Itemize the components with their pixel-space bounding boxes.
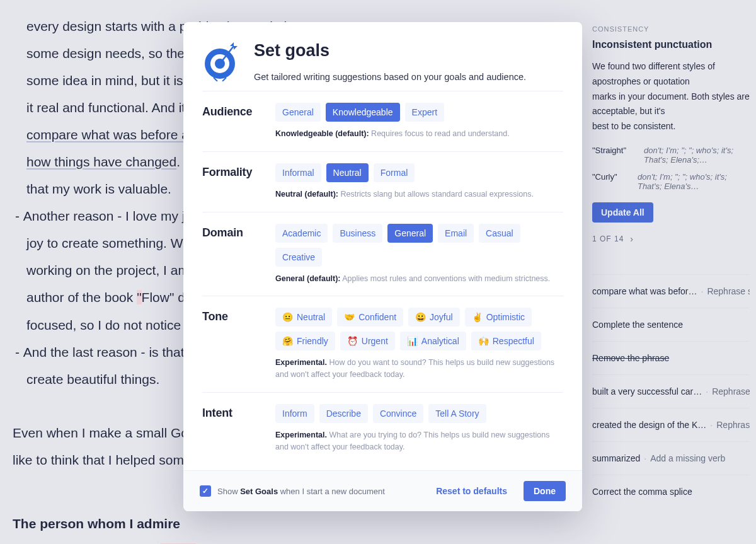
tone-option-joyful[interactable]: 😀Joyful: [408, 308, 460, 327]
formality-option-neutral[interactable]: Neutral: [326, 163, 369, 182]
emoji-icon: 😀: [415, 312, 426, 322]
formality-option-informal[interactable]: Informal: [275, 163, 321, 182]
intent-option-describe[interactable]: Describe: [319, 404, 368, 423]
option-label: General: [282, 107, 314, 117]
option-label: Analytical: [421, 336, 459, 346]
tone-option-urgent[interactable]: ⏰Urgent: [340, 332, 395, 350]
option-label: Casual: [486, 228, 513, 238]
tone-option-friendly[interactable]: 🤗Friendly: [275, 332, 335, 350]
emoji-icon: ⏰: [347, 336, 358, 346]
emoji-icon: 🤗: [282, 336, 293, 346]
option-label: Tell A Story: [435, 408, 479, 419]
section-label: Tone: [202, 308, 260, 381]
section-label: Domain: [202, 224, 260, 285]
domain-option-business[interactable]: Business: [333, 224, 382, 243]
section-helper: General (default): Applies most rules an…: [275, 273, 563, 285]
tone-option-optimistic[interactable]: ✌️Optimistic: [465, 308, 532, 327]
option-label: Inform: [282, 408, 307, 419]
option-label: Formal: [381, 168, 408, 178]
audience-option-knowledgeable[interactable]: Knowledgeable: [326, 103, 400, 122]
set-goals-modal: Set goals Get tailored writing suggestio…: [183, 22, 582, 511]
option-label: Neutral: [333, 168, 362, 178]
footer-checkbox-label: Show Set Goals when I start a new docume…: [217, 487, 385, 496]
section-formality: FormalityInformalNeutralFormalNeutral (d…: [202, 151, 563, 212]
emoji-icon: 🙌: [478, 336, 489, 346]
section-tone: Tone😐Neutral🤝Confident😀Joyful✌️Optimisti…: [202, 296, 563, 392]
intent-option-inform[interactable]: Inform: [275, 404, 314, 423]
section-label: Audience: [202, 103, 260, 140]
domain-option-general[interactable]: General: [387, 224, 433, 243]
tone-option-analytical[interactable]: 📊Analytical: [400, 332, 466, 350]
option-label: Friendly: [297, 336, 328, 346]
reset-to-defaults-button[interactable]: Reset to defaults: [436, 486, 507, 496]
section-label: Intent: [202, 404, 260, 453]
option-label: General: [394, 228, 426, 238]
modal-title: Set goals: [254, 41, 563, 61]
domain-option-email[interactable]: Email: [438, 224, 474, 243]
option-label: Confident: [358, 312, 396, 322]
show-set-goals-checkbox[interactable]: ✓: [200, 485, 211, 497]
option-label: Neutral: [297, 312, 325, 322]
option-label: Respectful: [493, 336, 534, 346]
formality-option-formal[interactable]: Formal: [374, 163, 415, 182]
option-label: Describe: [326, 408, 361, 419]
tone-option-respectful[interactable]: 🙌Respectful: [471, 332, 541, 350]
domain-option-academic[interactable]: Academic: [275, 224, 328, 243]
option-label: Informal: [282, 168, 314, 178]
section-helper: Neutral (default): Restricts slang but a…: [275, 188, 563, 200]
section-helper: Experimental. How do you want to sound? …: [275, 357, 563, 381]
option-label: Email: [445, 228, 467, 238]
section-audience: AudienceGeneralKnowledgeableExpertKnowle…: [202, 91, 563, 151]
tone-option-confident[interactable]: 🤝Confident: [337, 308, 403, 327]
option-label: Urgent: [362, 336, 388, 346]
option-label: Knowledgeable: [333, 107, 393, 117]
intent-option-convince[interactable]: Convince: [373, 404, 423, 423]
done-button[interactable]: Done: [524, 481, 566, 501]
emoji-icon: 🤝: [344, 312, 355, 322]
intent-option-tell-a-story[interactable]: Tell A Story: [428, 404, 486, 423]
section-helper: Knowledgeable (default): Requires focus …: [275, 128, 563, 140]
section-helper: Experimental. What are you trying to do?…: [275, 429, 563, 453]
option-label: Joyful: [430, 312, 453, 322]
emoji-icon: 📊: [407, 336, 418, 346]
domain-option-casual[interactable]: Casual: [479, 224, 520, 243]
target-icon: [202, 41, 240, 81]
audience-option-general[interactable]: General: [275, 103, 321, 122]
section-intent: IntentInformDescribeConvinceTell A Story…: [202, 392, 563, 465]
emoji-icon: 😐: [282, 312, 293, 322]
option-label: Business: [340, 228, 375, 238]
option-label: Academic: [282, 228, 321, 238]
option-label: Convince: [380, 408, 416, 419]
option-label: Creative: [282, 252, 315, 262]
section-label: Formality: [202, 163, 260, 200]
section-domain: DomainAcademicBusinessGeneralEmailCasual…: [202, 212, 563, 296]
tone-option-neutral[interactable]: 😐Neutral: [275, 308, 332, 327]
audience-option-expert[interactable]: Expert: [405, 103, 444, 122]
emoji-icon: ✌️: [472, 312, 483, 322]
domain-option-creative[interactable]: Creative: [275, 248, 322, 267]
option-label: Optimistic: [486, 312, 525, 322]
option-label: Expert: [412, 107, 437, 117]
modal-subtitle: Get tailored writing suggestions based o…: [254, 72, 563, 82]
